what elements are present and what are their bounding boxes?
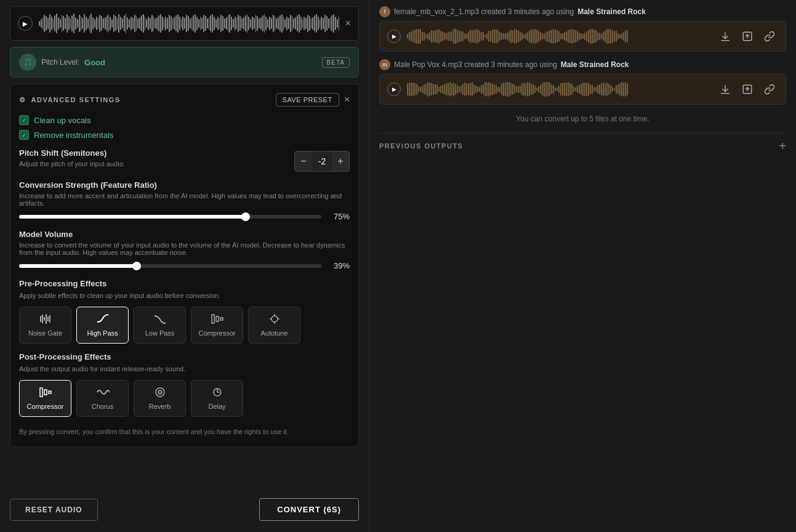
left-panel: ▶ // Generate waveform bars inline after… [0,0,369,532]
pitch-shift-plus-button[interactable]: + [332,151,349,171]
previous-outputs-title: PREVIOUS OUTPUTS [379,142,463,150]
conversion-strength-slider-row: 75% [19,212,350,221]
pitch-level-label: Pitch Level: [41,58,79,66]
model-volume-slider[interactable] [19,264,321,268]
advanced-settings-panel: ⚙ ADVANCED SETTINGS SAVE PRESET × ✓ Clea… [10,84,359,447]
autotune-label: Autotune [260,329,287,337]
download-button-2[interactable] [717,81,734,98]
autotune-icon [268,313,281,326]
conversion-strength-desc: Increase to add more accent and articula… [19,192,350,207]
compressor-pre-button[interactable]: Compressor [191,307,243,344]
output-meta-1: f female_mb_vox_2_1.mp3 created 3 minute… [379,6,786,17]
previous-outputs-section: PREVIOUS OUTPUTS + [379,133,786,158]
right-panel: f female_mb_vox_2_1.mp3 created 3 minute… [369,0,796,532]
output-play-button-1[interactable]: ▶ [387,30,401,43]
output-model-name-2: Male Strained Rock [561,60,629,69]
compressor-pre-label: Compressor [199,329,236,337]
model-volume-desc: Increase to convert the volume of your i… [19,241,350,256]
svg-rect-3 [46,314,47,324]
share-button-2[interactable] [739,81,756,98]
clean-up-vocals-label: Clean up vocals [34,116,91,125]
output-actions-1 [717,28,778,45]
output-audio-bar-1: ▶ [379,21,786,52]
output-meta-text-2: Male Pop Vox 4.mp3 created 3 minutes ago… [394,60,557,69]
pitch-shift-block: Pitch Shift (Semitones) Adjust the pitch… [19,148,350,172]
chorus-icon [96,387,110,400]
post-processing-desc: Adjust the output audio for instant rele… [19,365,350,373]
conversion-strength-thumb[interactable] [241,212,250,221]
compressor-post-button[interactable]: Compressor [19,380,71,417]
close-audio-button[interactable]: × [345,18,351,28]
advanced-settings-title: ⚙ ADVANCED SETTINGS [19,96,121,104]
checkbox-checked-icon-2: ✓ [19,130,29,140]
pitch-shift-minus-button[interactable]: − [295,151,312,171]
link-button-2[interactable] [761,81,778,98]
disclaimer-text: By pressing convert, you confirm that th… [19,425,350,438]
output-meta-text-1: female_mb_vox_2_1.mp3 created 3 minutes … [394,7,574,16]
chorus-label: Chorus [92,403,113,410]
conversion-strength-percent: 75% [328,212,350,221]
model-volume-thumb[interactable] [132,262,141,270]
pitch-shift-desc: Adjust the pitch of your input audio. [19,160,125,167]
convert-button[interactable]: CONVERT (6S) [259,498,359,521]
svg-rect-2 [44,317,45,321]
svg-rect-4 [47,316,49,321]
avatar-2: m [379,59,390,70]
pitch-shift-control: − -2 + [294,151,350,172]
conversion-strength-slider[interactable] [19,215,321,219]
low-pass-button[interactable]: Low Pass [134,307,186,344]
reverb-label: Reverb [149,403,171,410]
model-volume-fill [19,264,137,268]
svg-rect-7 [216,316,219,321]
output-waveform-1 [407,29,710,44]
chorus-button[interactable]: Chorus [76,380,129,417]
beta-badge: BETA [322,57,350,68]
output-audio-bar-2: ▶ [379,74,786,105]
link-button-1[interactable] [761,28,778,45]
post-processing-block: Post-Processing Effects Adjust the outpu… [19,352,350,417]
previous-outputs-add-button[interactable]: + [779,140,786,152]
share-button-1[interactable] [739,28,756,45]
advanced-settings-close-button[interactable]: × [344,94,350,105]
output-item-1: f female_mb_vox_2_1.mp3 created 3 minute… [379,6,786,52]
svg-rect-6 [212,315,214,323]
model-volume-block: Model Volume Increase to convert the vol… [19,230,350,270]
conversion-strength-fill [19,215,246,219]
output-play-button-2[interactable]: ▶ [387,83,401,96]
conversion-strength-block: Conversion Strength (Feature Ratio) Incr… [19,180,350,221]
output-item-2: m Male Pop Vox 4.mp3 created 3 minutes a… [379,59,786,105]
advanced-settings-header: ⚙ ADVANCED SETTINGS SAVE PRESET × [19,93,350,107]
download-button-1[interactable] [717,28,734,45]
svg-rect-14 [40,388,42,397]
pitch-shift-title: Pitch Shift (Semitones) [19,148,125,158]
checkbox-checked-icon: ✓ [19,115,29,125]
pitch-icon: 🎵 [19,54,36,71]
compressor-post-label: Compressor [27,403,64,410]
waveform-visual: // Generate waveform bars inline after D… [39,14,339,33]
clean-up-vocals-checkbox[interactable]: ✓ Clean up vocals [19,115,350,125]
pitch-shift-value: -2 [312,156,332,166]
reset-audio-button[interactable]: RESET AUDIO [10,499,98,521]
gear-icon: ⚙ [19,96,26,104]
output-actions-2 [717,81,778,98]
post-processing-effects-grid: Compressor Chorus Reverb [19,380,350,417]
delay-button[interactable]: Delay [191,380,243,417]
reverb-icon [153,387,167,400]
pre-processing-effects-grid: Noise Gate High Pass Low Pass [19,307,350,344]
pitch-level-value: Good [84,58,105,67]
output-waveform-2 [407,82,710,97]
noise-gate-button[interactable]: Noise Gate [19,307,71,344]
pre-processing-desc: Apply subtle effects to clean up your in… [19,292,350,299]
svg-rect-5 [49,315,50,323]
delay-label: Delay [208,403,225,410]
save-preset-button[interactable]: SAVE PRESET [276,93,339,107]
svg-point-9 [271,316,278,322]
svg-rect-16 [49,391,51,393]
output-meta-2: m Male Pop Vox 4.mp3 created 3 minutes a… [379,59,786,70]
play-button[interactable]: ▶ [18,16,33,31]
high-pass-button[interactable]: High Pass [76,307,129,344]
remove-instrumentals-checkbox[interactable]: ✓ Remove instrumentals [19,130,350,140]
reverb-button[interactable]: Reverb [134,380,186,417]
noise-gate-icon [39,313,52,326]
autotune-button[interactable]: Autotune [248,307,300,344]
